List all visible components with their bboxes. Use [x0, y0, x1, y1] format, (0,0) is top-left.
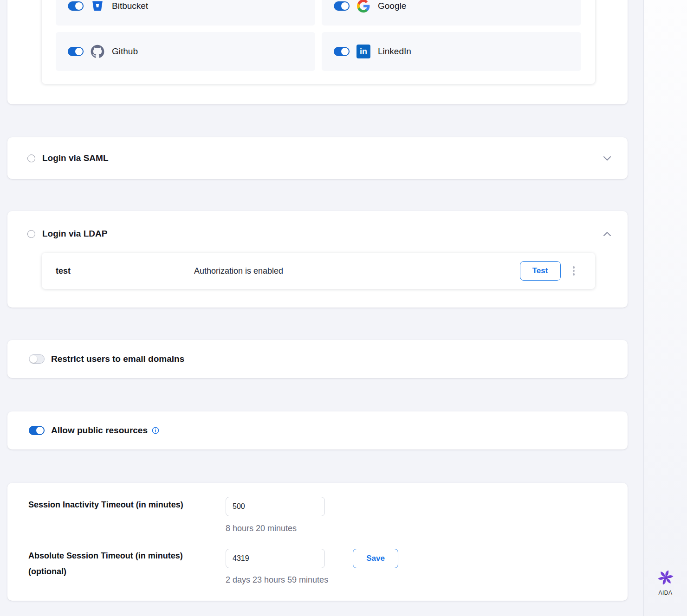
ldap-login-card: Login via LDAP test Authorization is ena…: [7, 211, 628, 308]
ldap-connection-row: test Authorization is enabled Test: [42, 253, 595, 289]
inactivity-timeout-helper: 8 hours 20 minutes: [226, 524, 297, 533]
absolute-timeout-input[interactable]: [226, 549, 325, 568]
public-resources-toggle[interactable]: [29, 426, 45, 435]
chevron-up-icon[interactable]: [603, 232, 611, 236]
ldap-radio[interactable]: [27, 230, 35, 238]
linkedin-glyph: in: [356, 45, 370, 58]
provider-label: Github: [112, 46, 138, 57]
restrict-domains-card: Restrict users to email domains: [7, 340, 628, 378]
oauth-providers-grid: Bitbucket Google: [56, 0, 581, 71]
session-timeout-card: Session Inactivity Timeout (in minutes) …: [7, 483, 628, 601]
oauth-providers-panel: Bitbucket Google: [42, 0, 595, 84]
provider-row-bitbucket: Bitbucket: [56, 0, 315, 26]
aida-flower-icon: [658, 570, 674, 585]
inactivity-timeout-label: Session Inactivity Timeout (in minutes): [28, 500, 183, 510]
provider-row-github: Github: [56, 32, 315, 71]
ldap-connection-name: test: [56, 266, 194, 276]
absolute-timeout-label-line2: (optional): [28, 564, 223, 579]
public-resources-label: Allow public resources: [51, 425, 148, 436]
test-button[interactable]: Test: [520, 261, 561, 281]
linkedin-toggle[interactable]: [334, 47, 350, 56]
saml-header[interactable]: Login via SAML: [7, 137, 628, 179]
kebab-menu-icon[interactable]: [571, 264, 577, 277]
linkedin-icon: in: [356, 45, 370, 58]
github-icon: [91, 45, 104, 58]
bitbucket-toggle[interactable]: [68, 1, 84, 11]
absolute-timeout-helper: 2 days 23 hours 59 minutes: [226, 575, 328, 585]
google-icon: [356, 0, 370, 13]
settings-page: Bitbucket Google: [0, 0, 687, 616]
public-resources-card: Allow public resources: [7, 411, 628, 449]
saml-title: Login via SAML: [42, 153, 109, 163]
provider-label: LinkedIn: [378, 46, 411, 57]
aida-label: AIDA: [644, 590, 687, 596]
provider-label: Bitbucket: [112, 1, 148, 11]
save-button[interactable]: Save: [353, 549, 398, 568]
aida-branding: AIDA: [644, 570, 687, 596]
restrict-domains-label: Restrict users to email domains: [51, 354, 184, 364]
chevron-down-icon[interactable]: [603, 156, 611, 160]
ldap-connection-status: Authorization is enabled: [194, 266, 520, 276]
saml-login-card: Login via SAML: [7, 137, 628, 179]
saml-radio[interactable]: [27, 154, 35, 162]
provider-label: Google: [378, 1, 406, 11]
absolute-timeout-label: Absolute Session Timeout (in minutes) (o…: [28, 548, 223, 579]
restrict-domains-toggle[interactable]: [29, 354, 45, 364]
google-toggle[interactable]: [334, 1, 350, 11]
ldap-header[interactable]: Login via LDAP: [7, 226, 628, 242]
right-sidebar-strip: [643, 0, 687, 616]
ldap-title: Login via LDAP: [42, 229, 107, 239]
provider-row-google: Google: [322, 0, 581, 26]
inactivity-timeout-input[interactable]: [226, 497, 325, 516]
github-toggle[interactable]: [68, 47, 84, 56]
provider-row-linkedin: in LinkedIn: [322, 32, 581, 71]
absolute-timeout-label-line1: Absolute Session Timeout (in minutes): [28, 548, 223, 564]
oauth-providers-card: Bitbucket Google: [7, 0, 628, 104]
info-icon[interactable]: [152, 427, 159, 434]
bitbucket-icon: [91, 0, 104, 13]
